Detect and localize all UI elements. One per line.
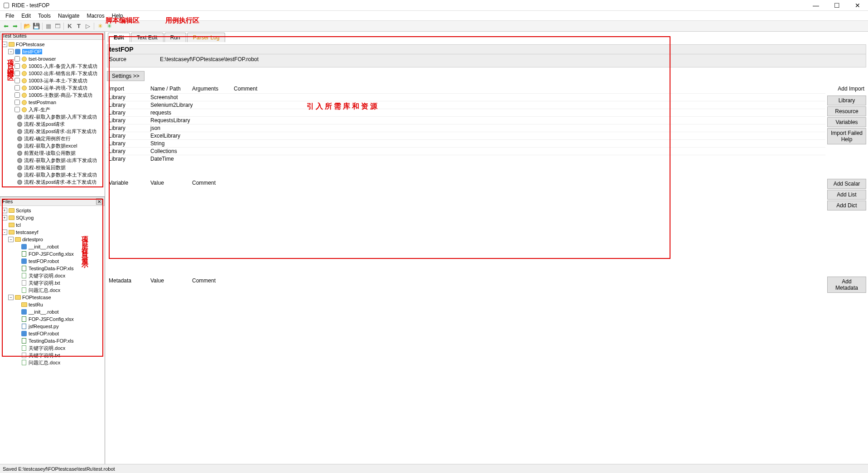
collapse-icon[interactable]: − <box>8 49 14 54</box>
imports-grid[interactable]: Import Name / Path Arguments Comment Lib… <box>107 85 825 162</box>
import-row[interactable]: LibraryRequestsLibrary <box>107 116 825 124</box>
maximize-button[interactable]: ☐ <box>826 0 847 11</box>
add-dict-button[interactable]: Add Dict <box>827 201 866 210</box>
files-item[interactable]: TestingData-FOP.xls <box>1 265 104 272</box>
save-icon[interactable]: 💾 <box>32 22 40 30</box>
import-row[interactable]: Libraryjson <box>107 124 825 132</box>
close-icon[interactable]: ✕ <box>96 198 102 205</box>
menu-edit[interactable]: Edit <box>18 12 34 20</box>
expand-icon[interactable]: + <box>2 208 7 213</box>
testcase-checkbox[interactable] <box>14 100 20 105</box>
tree-keyword[interactable]: 流程-获取入参数据excel <box>1 142 104 149</box>
tree-suite-selected[interactable]: − testFOP <box>1 48 104 55</box>
tree-keyword[interactable]: 流程-获取入参数据-本土下发成功 <box>1 171 104 178</box>
tab-run[interactable]: Run <box>164 33 186 42</box>
test-suites-tree[interactable]: − FOPtestcase − testFOP tset-browser1000… <box>0 40 105 196</box>
back-icon[interactable]: ⬅ <box>2 22 10 30</box>
metadata-grid[interactable]: Metadata Value Comment <box>107 277 825 293</box>
testcase-icon[interactable]: T <box>75 22 83 30</box>
files-item[interactable]: 关键字说明.txt <box>1 279 104 287</box>
library-button[interactable]: Library <box>827 96 866 105</box>
import-failed-help-button[interactable]: Import Failed Help <box>827 128 866 144</box>
menu-macros[interactable]: Macros <box>83 12 108 20</box>
tree-testcase[interactable]: 入库-生产 <box>1 106 104 113</box>
files-item[interactable]: testFOP.robot <box>1 330 104 337</box>
variables-button[interactable]: Variables <box>827 117 866 127</box>
menu-navigate[interactable]: Navigate <box>54 12 83 20</box>
tree-testcase[interactable]: 10005-主数据-商品-下发成功 <box>1 91 104 99</box>
add-metadata-button[interactable]: Add Metadata <box>827 277 866 293</box>
keyword-icon[interactable]: K <box>66 22 74 30</box>
tree-keyword[interactable]: 流程-发送post请求-出库下发成功 <box>1 128 104 135</box>
testcase-checkbox[interactable] <box>14 56 20 62</box>
import-row[interactable]: LibraryString <box>107 139 825 147</box>
tree-keyword[interactable]: 流程-校验返回数据 <box>1 164 104 171</box>
tree-root[interactable]: − FOPtestcase <box>1 41 104 48</box>
testcase-checkbox[interactable] <box>14 63 20 69</box>
tree-keyword[interactable]: 流程-获取入参数据-入库下发成功 <box>1 113 104 120</box>
variables-grid[interactable]: Variable Value Comment <box>107 179 825 210</box>
tree-testcase[interactable]: testPostman <box>1 99 104 106</box>
add-list-button[interactable]: Add List <box>827 190 866 200</box>
files-item[interactable]: 关键字说明.txt <box>1 352 104 359</box>
import-row[interactable]: LibraryDateTime <box>107 155 825 162</box>
preview-icon[interactable]: 🗔 <box>53 22 62 30</box>
tree-keyword[interactable]: 流程-发送post请求 <box>1 120 104 128</box>
tree-testcase[interactable]: 10004-运单-跨境-下发成功 <box>1 84 104 91</box>
testcase-checkbox[interactable] <box>14 107 20 112</box>
import-row[interactable]: LibraryScreenshot <box>107 93 825 101</box>
files-folder[interactable]: +Scripts <box>1 207 104 214</box>
menu-tools[interactable]: Tools <box>34 12 54 20</box>
grid-icon[interactable]: ▦ <box>44 22 53 30</box>
tree-keyword[interactable]: 前置处理-读取公用数据 <box>1 149 104 157</box>
import-row[interactable]: Libraryrequests <box>107 109 825 116</box>
menu-file[interactable]: File <box>2 12 18 20</box>
tree-testcase[interactable]: 10001-入库-备货入库-下发成功 <box>1 62 104 70</box>
tree-label: 流程-获取入参数据-出库下发成功 <box>24 157 97 164</box>
tab-edit[interactable]: Edit <box>108 33 130 42</box>
testcase-checkbox[interactable] <box>14 85 20 91</box>
tab-text-edit[interactable]: Text Edit <box>131 33 164 42</box>
run-icon[interactable]: ▷ <box>84 22 92 30</box>
testcase-checkbox[interactable] <box>14 92 20 98</box>
collapse-icon[interactable]: − <box>2 42 7 47</box>
files-folder[interactable]: tcl <box>1 221 104 229</box>
forward-icon[interactable]: ➡ <box>11 22 19 30</box>
files-item[interactable]: 关键字说明.docx <box>1 272 104 279</box>
files-folder[interactable]: −FOPtestcase <box>1 294 104 301</box>
tree-keyword[interactable]: 流程-发送post请求-本土下发成功 <box>1 178 104 186</box>
gear-icon[interactable]: ✳ <box>96 22 104 30</box>
import-name: Collections <box>149 148 190 155</box>
import-row[interactable]: LibraryExcelLibrary <box>107 132 825 139</box>
collapse-icon[interactable]: − <box>8 237 14 242</box>
open-icon[interactable]: 📂 <box>23 22 31 30</box>
files-item[interactable]: 问题汇总.docx <box>1 287 104 294</box>
tree-keyword[interactable]: 流程-确定用例所在行 <box>1 135 104 142</box>
collapse-icon[interactable]: − <box>8 295 14 300</box>
files-item[interactable]: 问题汇总.docx <box>1 359 104 366</box>
collapse-icon[interactable]: - <box>2 229 7 235</box>
resource-button[interactable]: Resource <box>827 106 866 116</box>
add-scalar-button[interactable]: Add Scalar <box>827 179 866 189</box>
files-folder[interactable]: testRu <box>1 301 104 308</box>
tree-testcase[interactable]: tset-browser <box>1 55 104 62</box>
files-item[interactable]: __init__.robot <box>1 308 104 315</box>
tree-testcase[interactable]: 10003-运单-本土-下发成功 <box>1 77 104 84</box>
files-item[interactable]: jsfRequest.py <box>1 323 104 330</box>
tab-parser-log[interactable]: Parser Log <box>187 33 226 42</box>
tree-testcase[interactable]: 10002-出库-销售出库-下发成功 <box>1 70 104 77</box>
testcase-checkbox[interactable] <box>14 71 20 76</box>
tree-keyword[interactable]: 流程-获取入参数据-出库下发成功 <box>1 157 104 164</box>
minimize-button[interactable]: — <box>805 0 826 11</box>
import-comment <box>232 117 825 124</box>
expand-icon[interactable]: + <box>2 215 7 220</box>
import-row[interactable]: LibrarySelenium2Library <box>107 101 825 109</box>
testcase-checkbox[interactable] <box>14 78 20 83</box>
files-folder[interactable]: +SQLyog <box>1 214 104 221</box>
files-item[interactable]: 关键字说明.docx <box>1 344 104 352</box>
settings-button[interactable]: Settings >> <box>107 71 145 81</box>
import-row[interactable]: LibraryCollections <box>107 147 825 155</box>
files-item[interactable]: TestingData-FOP.xls <box>1 337 104 344</box>
files-item[interactable]: FOP-JSFConfig.xlsx <box>1 315 104 323</box>
close-button[interactable]: ✕ <box>847 0 868 11</box>
